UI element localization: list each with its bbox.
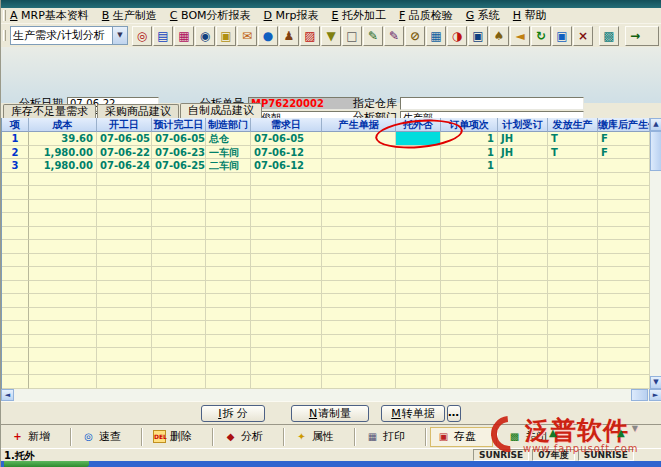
table-cell[interactable] bbox=[251, 375, 322, 389]
table-cell[interactable] bbox=[97, 267, 152, 281]
table-row[interactable] bbox=[2, 173, 650, 187]
column-header[interactable]: 开工日 bbox=[97, 118, 152, 132]
table-cell[interactable] bbox=[322, 375, 396, 389]
table-cell[interactable] bbox=[2, 254, 29, 268]
table-cell[interactable] bbox=[29, 267, 97, 281]
table-cell[interactable] bbox=[152, 267, 206, 281]
table-cell[interactable] bbox=[29, 240, 97, 254]
table-cell[interactable] bbox=[498, 294, 548, 308]
tab-0[interactable]: 库存不足量需求 bbox=[3, 104, 96, 118]
table-cell[interactable] bbox=[97, 186, 152, 200]
table-cell[interactable] bbox=[2, 375, 29, 389]
table-cell[interactable] bbox=[251, 213, 322, 227]
horizontal-scrollbar[interactable]: ◄ ► bbox=[1, 389, 661, 401]
table-cell[interactable] bbox=[206, 267, 251, 281]
table-cell[interactable] bbox=[206, 294, 251, 308]
print-button[interactable]: ▦打印 bbox=[359, 427, 422, 447]
table-cell[interactable] bbox=[29, 321, 97, 335]
table-cell[interactable] bbox=[29, 227, 97, 241]
table-cell[interactable] bbox=[598, 227, 650, 241]
menu-item-B[interactable]: B 生产制造 bbox=[102, 8, 157, 23]
table-cell[interactable] bbox=[29, 186, 97, 200]
target-warehouse-field[interactable] bbox=[400, 97, 584, 110]
table-cell[interactable] bbox=[322, 186, 396, 200]
table-cell[interactable] bbox=[548, 240, 598, 254]
curtain-icon[interactable]: ▨ bbox=[300, 26, 320, 46]
search-doc-icon[interactable]: ◉ bbox=[195, 26, 215, 46]
table-cell[interactable] bbox=[251, 267, 322, 281]
scroll-right-icon[interactable]: ► bbox=[649, 389, 661, 401]
book-icon[interactable]: ▦ bbox=[174, 26, 194, 46]
refresh-icon[interactable]: ↻ bbox=[531, 26, 551, 46]
table-cell[interactable]: T bbox=[548, 132, 598, 146]
table-cell[interactable] bbox=[498, 213, 548, 227]
scroll-down-icon[interactable]: ▼ bbox=[650, 376, 661, 389]
table-cell[interactable] bbox=[441, 321, 498, 335]
table-cell[interactable] bbox=[2, 173, 29, 187]
find-binoculars-icon[interactable]: ◎ bbox=[132, 26, 152, 46]
action-button-N[interactable]: N请制量 bbox=[291, 405, 369, 422]
table-cell[interactable] bbox=[251, 321, 322, 335]
table-cell[interactable]: JH bbox=[498, 146, 548, 160]
table-cell[interactable] bbox=[206, 335, 251, 349]
menu-item-D[interactable]: D Mrp报表 bbox=[264, 8, 319, 23]
table-cell[interactable] bbox=[441, 173, 498, 187]
tab-1[interactable]: 采购商品建议 bbox=[97, 104, 179, 118]
table-cell[interactable] bbox=[498, 186, 548, 200]
more-button[interactable]: … bbox=[447, 405, 461, 422]
menu-grip[interactable] bbox=[3, 10, 6, 21]
table-cell[interactable] bbox=[97, 200, 152, 214]
column-header[interactable]: 制造部门 bbox=[206, 118, 251, 132]
pin-icon[interactable]: ▼ bbox=[321, 26, 341, 46]
table-cell[interactable] bbox=[97, 240, 152, 254]
table-cell[interactable] bbox=[152, 173, 206, 187]
toolbar-grip[interactable] bbox=[3, 30, 6, 41]
table-cell[interactable] bbox=[396, 267, 441, 281]
table-cell[interactable]: 3 bbox=[2, 159, 29, 173]
table-cell[interactable] bbox=[498, 308, 548, 322]
table-cell[interactable] bbox=[322, 159, 396, 173]
table-cell[interactable] bbox=[2, 281, 29, 295]
table-cell[interactable] bbox=[441, 240, 498, 254]
table-cell[interactable] bbox=[97, 321, 152, 335]
table-cell[interactable] bbox=[29, 173, 97, 187]
table-cell[interactable] bbox=[97, 213, 152, 227]
table-cell[interactable] bbox=[598, 173, 650, 187]
table-cell[interactable]: 1,980.00 bbox=[29, 146, 97, 160]
table-cell[interactable] bbox=[498, 267, 548, 281]
exit-icon[interactable]: → bbox=[625, 26, 659, 46]
table-cell[interactable] bbox=[152, 294, 206, 308]
table-cell[interactable] bbox=[2, 321, 29, 335]
table-cell[interactable] bbox=[2, 186, 29, 200]
table-cell[interactable] bbox=[152, 186, 206, 200]
table-cell[interactable] bbox=[396, 362, 441, 376]
table-cell[interactable] bbox=[322, 213, 396, 227]
table-row[interactable] bbox=[2, 213, 650, 227]
table-cell[interactable] bbox=[2, 294, 29, 308]
table-cell[interactable] bbox=[97, 348, 152, 362]
table-cell[interactable] bbox=[322, 335, 396, 349]
table-cell[interactable]: 07-06-05 bbox=[97, 132, 152, 146]
table-cell[interactable] bbox=[396, 227, 441, 241]
table-cell[interactable] bbox=[598, 375, 650, 389]
table-cell[interactable] bbox=[2, 267, 29, 281]
table-cell[interactable] bbox=[598, 348, 650, 362]
table-cell[interactable] bbox=[206, 362, 251, 376]
table-cell[interactable] bbox=[498, 321, 548, 335]
table-cell[interactable] bbox=[322, 281, 396, 295]
table-row[interactable] bbox=[2, 281, 650, 295]
table-cell[interactable] bbox=[598, 335, 650, 349]
menu-item-A[interactable]: A MRP基本资料 bbox=[10, 8, 89, 23]
monitor-icon[interactable]: ▣ bbox=[468, 26, 488, 46]
table-cell[interactable]: 07-06-05 bbox=[152, 132, 206, 146]
table-row[interactable] bbox=[2, 294, 650, 308]
table-cell[interactable] bbox=[251, 200, 322, 214]
speaker-icon[interactable]: ◄ bbox=[510, 26, 530, 46]
table-cell[interactable]: 2 bbox=[2, 146, 29, 160]
table-cell[interactable] bbox=[2, 213, 29, 227]
module-select[interactable]: 生产需求/计划分析 ▼ bbox=[10, 26, 128, 45]
table-cell[interactable] bbox=[206, 240, 251, 254]
pie-chart-icon[interactable]: ◑ bbox=[447, 26, 467, 46]
table-cell[interactable]: 07-06-24 bbox=[97, 159, 152, 173]
table-row[interactable] bbox=[2, 321, 650, 335]
